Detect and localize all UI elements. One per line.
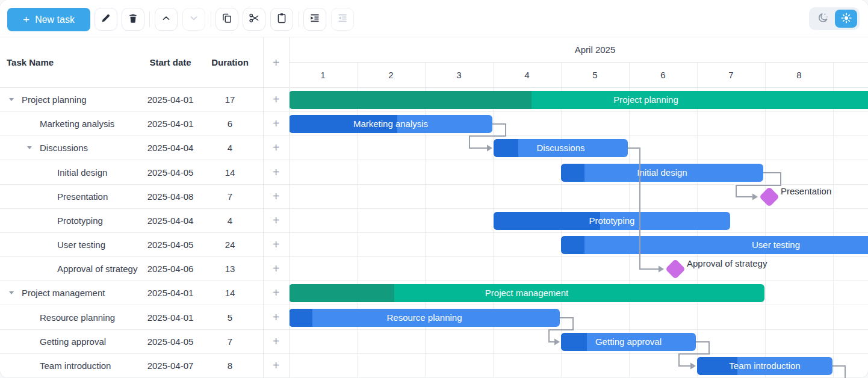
duration-cell: 6: [207, 112, 253, 136]
task-progress-fill: [289, 309, 312, 327]
task-bar[interactable]: [289, 284, 764, 302]
task-bar[interactable]: [697, 357, 832, 375]
cut-button[interactable]: [243, 8, 265, 31]
task-progress-fill: [289, 91, 532, 109]
milestone-label: Approval of strategy: [687, 257, 767, 270]
start-date-cell: 2025-04-07: [143, 354, 197, 378]
duration-cell: 13: [207, 257, 253, 281]
add-subtask-button[interactable]: +: [263, 88, 289, 112]
collapse-toggle-icon[interactable]: [9, 291, 14, 294]
paste-button[interactable]: [270, 8, 293, 31]
table-row[interactable]: Presentation2025-04-087+: [0, 185, 868, 209]
duration-cell: 7: [207, 330, 253, 354]
chevron-down-icon: [188, 13, 199, 26]
copy-button[interactable]: [215, 8, 238, 31]
grid-timeline-divider: [289, 37, 290, 378]
task-name-cell: Project management: [22, 281, 105, 305]
new-task-button[interactable]: + New task: [7, 8, 90, 31]
light-theme-button[interactable]: [835, 10, 857, 28]
edit-button[interactable]: [95, 8, 117, 31]
add-subtask-button[interactable]: +: [263, 161, 289, 185]
task-progress-fill: [494, 212, 600, 230]
row-divider: [0, 111, 868, 112]
toolbar-separator: [149, 11, 150, 27]
duration-cell: 5: [207, 306, 253, 330]
timeline-day-4: 4: [493, 63, 561, 88]
toolbar-separator: [299, 11, 299, 27]
table-row[interactable]: Getting approval2025-04-057+: [0, 330, 868, 354]
task-bar[interactable]: [561, 333, 696, 351]
task-bar[interactable]: [494, 139, 628, 157]
task-bar[interactable]: [289, 91, 868, 109]
add-subtask-button[interactable]: +: [263, 112, 289, 136]
task-name-cell: Getting approval: [40, 330, 106, 354]
move-task-up-button[interactable]: [155, 8, 178, 31]
task-name-cell: Initial design: [57, 161, 107, 185]
delete-button[interactable]: [122, 8, 144, 31]
row-divider: [0, 184, 868, 185]
task-progress-fill: [494, 139, 518, 157]
collapse-toggle-icon[interactable]: [9, 98, 14, 101]
timeline-day-5: 5: [561, 63, 629, 88]
toolbar-separator: [211, 11, 211, 27]
table-row[interactable]: Discussions2025-04-044+: [0, 136, 868, 160]
start-date-cell: 2025-04-01: [143, 88, 197, 112]
add-subtask-button[interactable]: +: [263, 330, 289, 354]
add-subtask-button[interactable]: +: [263, 233, 289, 257]
start-date-cell: 2025-04-01: [143, 281, 197, 305]
start-date-cell: 2025-04-04: [143, 209, 197, 233]
task-name-cell: Resource planning: [40, 306, 115, 330]
outdent-icon: [336, 12, 349, 26]
duration-cell: 14: [207, 281, 253, 305]
task-bar[interactable]: [494, 212, 730, 230]
task-name-cell: Discussions: [40, 136, 88, 160]
indent-button[interactable]: [303, 8, 326, 31]
sun-icon: [840, 11, 853, 26]
pencil-icon: [100, 12, 112, 26]
task-bar[interactable]: [289, 115, 492, 133]
start-date-cell: 2025-04-01: [143, 306, 197, 330]
task-progress-fill: [289, 115, 397, 133]
duration-cell: 14: [207, 161, 253, 185]
table-row[interactable]: Prototyping2025-04-044+: [0, 209, 868, 233]
add-subtask-button[interactable]: +: [263, 281, 289, 305]
outdent-button[interactable]: [331, 8, 354, 31]
add-subtask-button[interactable]: +: [263, 354, 289, 378]
task-name-cell: Marketing analysis: [40, 112, 114, 136]
milestone-label: Presentation: [781, 185, 831, 198]
task-name-cell: Presentation: [57, 185, 108, 209]
duration-cell: 24: [207, 233, 253, 257]
task-bar[interactable]: [561, 164, 763, 182]
copy-icon: [221, 12, 233, 26]
move-task-down-button[interactable]: [182, 8, 205, 31]
column-header-start-date: Start date: [143, 37, 197, 88]
add-subtask-button[interactable]: +: [263, 209, 289, 233]
day-gridline: [357, 63, 358, 378]
task-progress-fill: [561, 333, 587, 351]
task-bar[interactable]: [289, 309, 560, 327]
plus-icon: +: [23, 14, 29, 25]
task-progress-fill: [697, 357, 737, 375]
add-column-button[interactable]: +: [263, 37, 289, 88]
dark-theme-button[interactable]: [811, 10, 834, 28]
timeline-day-7: 7: [697, 63, 765, 88]
row-divider: [0, 135, 868, 136]
add-subtask-button[interactable]: +: [263, 185, 289, 209]
duration-cell: 17: [207, 88, 253, 112]
start-date-cell: 2025-04-05: [143, 161, 197, 185]
task-name-cell: Team introduction: [40, 354, 111, 378]
duration-cell: 7: [207, 185, 253, 209]
toolbar: + New task: [0, 0, 868, 37]
indent-icon: [309, 12, 321, 26]
add-subtask-button[interactable]: +: [263, 306, 289, 330]
row-divider: [0, 232, 868, 233]
task-bar[interactable]: [561, 236, 868, 254]
start-date-cell: 2025-04-08: [143, 185, 197, 209]
grid-addcol-divider: [263, 37, 264, 378]
scissors-icon: [248, 12, 260, 26]
add-subtask-button[interactable]: +: [263, 136, 289, 160]
timeline-day-8: 8: [765, 63, 833, 88]
add-subtask-button[interactable]: +: [263, 257, 289, 281]
collapse-toggle-icon[interactable]: [27, 146, 32, 149]
day-gridline: [833, 63, 834, 378]
